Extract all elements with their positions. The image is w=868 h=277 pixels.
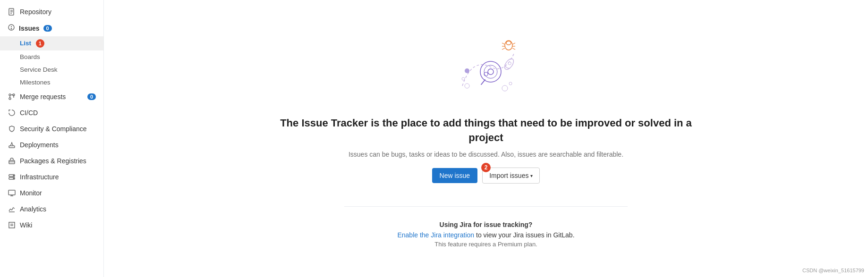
svg-point-30: [506, 41, 511, 45]
empty-state-illustration: [434, 29, 538, 105]
svg-line-34: [512, 43, 515, 44]
svg-point-37: [503, 57, 515, 71]
svg-point-26: [488, 69, 494, 75]
svg-line-31: [502, 43, 505, 44]
list-step-badge: 1: [36, 39, 44, 48]
jira-note: This feature requires a Premium plan.: [344, 241, 628, 248]
sidebar-item-packages[interactable]: Packages & Registries: [0, 153, 103, 169]
jira-section: Using Jira for issue tracking? Enable th…: [344, 206, 628, 248]
packages-icon: [8, 157, 16, 165]
sidebar-item-wiki[interactable]: Wiki: [0, 217, 103, 233]
svg-rect-10: [9, 146, 15, 148]
jira-description: Enable the Jira integration to view your…: [344, 231, 628, 239]
svg-point-24: [480, 61, 501, 82]
svg-point-42: [509, 82, 512, 85]
security-label: Security & Compliance: [20, 125, 96, 133]
main-content: The Issue Tracker is the place to add th…: [104, 0, 868, 277]
sidebar-item-list[interactable]: List 1: [0, 36, 103, 50]
svg-line-33: [502, 48, 505, 50]
svg-point-6: [11, 28, 11, 29]
security-icon: [8, 125, 16, 133]
cicd-label: CI/CD: [20, 109, 96, 117]
infrastructure-label: Infrastructure: [20, 173, 96, 181]
sidebar-item-monitor[interactable]: Monitor: [0, 185, 103, 201]
sidebar-item-cicd[interactable]: CI/CD: [0, 105, 103, 121]
sidebar: Repository Issues 0 List 1 Boards Servic…: [0, 0, 104, 277]
issues-badge: 0: [43, 25, 52, 32]
deployments-label: Deployments: [20, 141, 96, 149]
svg-point-39: [465, 84, 469, 88]
svg-line-28: [481, 80, 485, 84]
action-row: 2 New issue Import issues ▾: [432, 168, 540, 184]
sidebar-item-infrastructure[interactable]: Infrastructure: [0, 169, 103, 185]
issues-icon: [8, 24, 15, 33]
sidebar-item-merge-requests[interactable]: Merge requests 0: [0, 89, 103, 105]
monitor-icon: [8, 189, 16, 197]
svg-point-7: [9, 94, 11, 96]
deploy-icon: [8, 141, 16, 149]
svg-point-40: [462, 77, 465, 80]
svg-point-29: [505, 41, 512, 50]
sidebar-item-deployments[interactable]: Deployments: [0, 137, 103, 153]
sidebar-item-label: Repository: [20, 8, 96, 16]
list-label: List: [20, 40, 31, 47]
svg-point-38: [508, 61, 511, 65]
cicd-icon: [8, 109, 16, 117]
import-issues-button[interactable]: Import issues ▾: [482, 168, 540, 184]
sidebar-item-milestones[interactable]: Milestones: [0, 76, 103, 89]
wiki-icon: [8, 221, 16, 229]
repo-icon: [8, 8, 16, 16]
merge-requests-badge: 0: [87, 93, 96, 100]
wiki-label: Wiki: [20, 221, 96, 229]
sidebar-item-analytics[interactable]: Analytics: [0, 201, 103, 217]
analytics-label: Analytics: [20, 205, 96, 213]
milestones-label: Milestones: [20, 79, 51, 86]
boards-label: Boards: [20, 53, 40, 60]
jira-integration-link[interactable]: Enable the Jira integration: [397, 231, 474, 239]
sidebar-item-repository[interactable]: Repository: [0, 4, 103, 20]
sidebar-item-security-compliance[interactable]: Security & Compliance: [0, 121, 103, 137]
packages-label: Packages & Registries: [20, 157, 96, 165]
service-desk-label: Service Desk: [20, 66, 58, 73]
chevron-down-icon: ▾: [530, 173, 533, 178]
monitor-label: Monitor: [20, 189, 96, 197]
merge-icon: [8, 92, 16, 101]
jira-title: Using Jira for issue tracking?: [344, 221, 628, 228]
jira-link-suffix: to view your Jira issues in GitLab.: [474, 231, 574, 239]
svg-rect-18: [9, 190, 15, 195]
issues-label: Issues: [19, 25, 40, 32]
sidebar-item-boards[interactable]: Boards: [0, 50, 103, 63]
svg-line-36: [512, 48, 515, 50]
main-subtitle: Issues can be bugs, tasks or ideas to be…: [349, 151, 623, 158]
watermark: CSDN @weixin_51615799: [802, 268, 864, 273]
infra-icon: [8, 173, 16, 181]
step2-badge: 2: [481, 163, 491, 172]
sidebar-item-service-desk[interactable]: Service Desk: [0, 63, 103, 76]
svg-point-8: [9, 98, 11, 100]
svg-point-17: [13, 178, 14, 179]
new-issue-button[interactable]: New issue: [432, 168, 478, 183]
svg-point-41: [502, 85, 508, 91]
analytics-icon: [8, 205, 16, 213]
import-issues-label: Import issues: [489, 172, 528, 179]
sidebar-item-issues[interactable]: Issues 0: [0, 20, 103, 36]
main-title: The Issue Tracker is the place to add th…: [273, 116, 698, 145]
merge-requests-label: Merge requests: [20, 93, 84, 101]
svg-point-16: [13, 175, 14, 176]
svg-point-43: [465, 68, 469, 73]
